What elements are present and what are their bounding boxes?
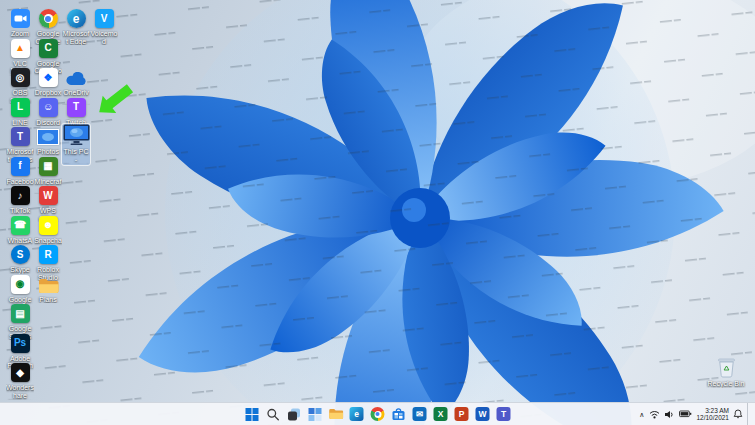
taskbar-button-edge[interactable]: e [348,406,365,423]
classroom-icon: C [34,37,62,58]
taskbar-button-search[interactable] [264,406,281,423]
volume-icon[interactable] [664,406,675,422]
tray-chevron-up-icon[interactable]: ∧ [638,411,645,418]
voicemod-icon: V [90,7,118,28]
system-tray: ∧ [638,403,751,425]
desktop-icon-tiktok[interactable]: ♪ TikTok [6,183,34,216]
taskbar-button-word[interactable]: W [474,406,491,423]
line-icon: L [6,96,34,117]
taskbar-button-task-view[interactable] [285,406,302,423]
annotation-arrow-shape [92,80,136,121]
facebook-icon: f [6,155,34,176]
desktop-icon-edge[interactable]: e Microsoft Edge [62,6,90,46]
desktop-icon-dropbox[interactable]: ❖ Dropbox [34,65,62,98]
taskbar-button-chrome[interactable] [369,406,386,423]
desktop-icon-plans-folder[interactable]: Plans [34,272,62,305]
photoshop-icon: Ps [6,332,34,353]
skype-icon: S [6,243,34,264]
desktop-icon-voicemod[interactable]: V Voicemod [90,6,118,46]
tray-time: 3:23 AM [696,407,729,415]
desktop-icon-grid: Zoom▲ VLC Media Player◎ OBS StudioL LINE… [0,0,755,425]
icon-label: Voicemod [90,30,118,45]
this-pc-icon [62,125,90,146]
taskbar-button-teams[interactable]: T [495,406,512,423]
desktop-icon-line[interactable]: L LINE [6,95,34,128]
icon-label: This PC - Shortcut [62,148,90,164]
plans-folder-icon [34,273,62,294]
zoom-icon [6,7,34,28]
sheets-icon: ▤ [6,302,34,323]
desktop-icon-photos[interactable]: Photos [34,124,62,157]
taskbar-button-powerpoint[interactable]: P [453,406,470,423]
icon-label: Recycle Bin [706,380,746,388]
vlc-icon: ▲ [6,37,34,58]
obs-icon: ◎ [6,66,34,87]
tray-date: 12/10/2021 [696,414,729,422]
twitch-icon: T [62,96,90,117]
dropbox-icon: ❖ [34,66,62,87]
tiktok-icon: ♪ [6,184,34,205]
taskbar-app-buttons: e✉XPWT [243,403,512,425]
taskbar-button-mail[interactable]: ✉ [411,406,428,423]
whatsapp-icon: ☎ [6,214,34,235]
annotation-arrow-icon [92,80,138,122]
notification-bell-icon[interactable] [733,406,743,422]
icon-label: Microsoft Edge [62,30,90,45]
filmora-icon: ◆ [6,361,34,382]
meet-icon: ◉ [6,273,34,294]
icon-label: Wondershare Filmora [6,384,34,400]
discord-icon: ☺ [34,96,62,117]
taskbar-button-start[interactable] [243,406,260,423]
taskbar-button-excel[interactable]: X [432,406,449,423]
recycle-bin-icon [706,355,746,378]
desktop-icon-this-pc[interactable]: This PC - Shortcut [62,124,90,165]
taskbar-button-widgets[interactable] [306,406,323,423]
desktop-icon-zoom[interactable]: Zoom [6,6,34,39]
taskbar-button-file-explorer[interactable] [327,406,344,423]
snapchat-icon: ☻ [34,214,62,235]
icon-label: Plans [34,296,62,304]
taskbar-button-store[interactable] [390,406,407,423]
onedrive-icon [62,66,90,87]
taskbar: e✉XPWT ∧ [0,402,755,425]
battery-icon[interactable] [679,406,692,422]
desktop-icon-twitch[interactable]: T Twitch [62,95,90,128]
network-icon[interactable] [649,406,660,422]
roblox-icon: R [34,243,62,264]
desktop-icon-filmora[interactable]: ◆ Wondershare Filmora [6,360,34,401]
desktop-icon-skype[interactable]: S Skype [6,242,34,275]
edge-icon: e [62,7,90,28]
chrome-icon [34,7,62,28]
desktop-icon-recycle-bin[interactable]: Recycle Bin [706,354,746,389]
photos-icon [34,125,62,146]
desktop: Zoom▲ VLC Media Player◎ OBS StudioL LINE… [0,0,755,425]
wps-icon: W [34,184,62,205]
teams-icon: T [6,125,34,146]
desktop-icon-discord[interactable]: ☺ Discord [34,95,62,128]
minecraft-edu-icon: ▦ [34,155,62,176]
taskbar-clock[interactable]: 3:23 AM 12/10/2021 [696,407,729,422]
show-desktop-button[interactable] [747,403,751,425]
